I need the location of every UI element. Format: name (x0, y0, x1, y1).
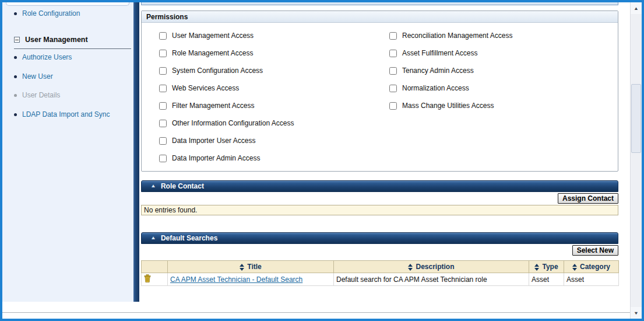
sidebar-item-label: LDAP Data Import and Sync (22, 110, 110, 118)
bullet-icon (14, 94, 17, 97)
sidebar-item-label: New User (22, 72, 53, 81)
permission-row-asset-fulfillment-access: Asset Fulfillment Access (389, 44, 512, 62)
checkbox-data-importer-admin-access[interactable] (159, 155, 167, 162)
default-searches-table: Title Description Type Category (141, 260, 619, 286)
permission-label: Tenancy Admin Access (402, 67, 474, 75)
sidebar: Role Configuration User Management Autho… (2, 2, 133, 302)
checkbox-role-management-access[interactable] (159, 50, 167, 57)
sort-icon (408, 264, 413, 271)
sidebar-panel-remnant (6, 0, 129, 6)
column-label: Type (542, 263, 558, 271)
column-header-actions (142, 261, 168, 273)
column-label: Description (416, 263, 454, 271)
search-description-cell: Default search for CA APM Asset Technici… (334, 273, 529, 286)
permission-row-normalization-access: Normalization Access (389, 79, 512, 97)
checkbox-reconciliation-management-access[interactable] (389, 32, 397, 40)
permission-label: Reconciliation Management Access (402, 32, 512, 40)
sidebar-item-new-user[interactable]: New User (14, 72, 53, 81)
permissions-left-column: User Management Access Role Management A… (159, 27, 389, 167)
checkbox-user-management-access[interactable] (159, 32, 167, 40)
section-title: Role Contact (161, 182, 204, 190)
permissions-body: User Management Access Role Management A… (142, 23, 618, 171)
permission-row-system-configuration-access: System Configuration Access (159, 62, 389, 79)
permission-label: Data Importer Admin Access (172, 154, 260, 162)
permission-row-other-information-configuration-access: Other Information Configuration Access (159, 114, 389, 132)
permission-row-data-importer-user-access: Data Importer User Access (159, 132, 389, 149)
permission-label: Mass Change Utilities Access (402, 102, 494, 110)
search-title-cell: CA APM Asset Technician - Default Search (168, 273, 334, 286)
sort-icon (534, 264, 539, 271)
checkbox-tenancy-admin-access[interactable] (389, 67, 397, 75)
bullet-icon (14, 56, 17, 59)
permission-row-user-management-access: User Management Access (159, 27, 389, 44)
permissions-panel: Permissions User Management Access Role … (141, 11, 618, 172)
permissions-panel-title: Permissions (142, 11, 618, 23)
scrollbar-thumb[interactable] (631, 84, 641, 153)
role-contact-toolbar: Assign Contact (141, 192, 618, 205)
collapse-minus-icon[interactable] (14, 37, 20, 43)
assign-contact-button[interactable]: Assign Contact (558, 193, 618, 204)
sort-icon (240, 264, 244, 271)
checkbox-web-services-access[interactable] (159, 85, 167, 92)
checkbox-other-information-configuration-access[interactable] (159, 120, 167, 127)
collapse-icon: ▲ (150, 236, 156, 240)
column-header-description[interactable]: Description (334, 261, 529, 273)
sidebar-item-authorize-users[interactable]: Authorize Users (14, 53, 72, 61)
checkbox-data-importer-user-access[interactable] (159, 137, 167, 145)
permissions-right-column: Reconciliation Management Access Asset F… (389, 27, 512, 167)
checkbox-system-configuration-access[interactable] (159, 67, 167, 75)
column-header-type[interactable]: Type (529, 261, 564, 273)
column-header-title[interactable]: Title (168, 261, 334, 273)
sort-icon (572, 264, 577, 271)
trash-icon[interactable] (144, 274, 151, 282)
sidebar-section-label: User Management (25, 36, 88, 44)
permission-label: User Management Access (172, 32, 254, 40)
bullet-icon (14, 113, 17, 116)
search-type-cell: Asset (529, 273, 564, 286)
permission-row-filter-management-access: Filter Management Access (159, 97, 389, 114)
checkbox-normalization-access[interactable] (389, 85, 397, 92)
sidebar-divider (133, 2, 139, 302)
sidebar-item-ldap-data-import[interactable]: LDAP Data Import and Sync (14, 110, 110, 118)
sidebar-item-label: Authorize Users (22, 53, 72, 61)
column-label: Category (580, 263, 610, 271)
checkbox-mass-change-utilities-access[interactable] (389, 102, 397, 110)
permission-row-mass-change-utilities-access: Mass Change Utilities Access (389, 97, 512, 114)
default-searches-section-header[interactable]: ▲ Default Searches (141, 232, 618, 244)
search-title-link[interactable]: CA APM Asset Technician - Default Search (170, 275, 302, 284)
checkbox-asset-fulfillment-access[interactable] (389, 50, 397, 57)
sidebar-section-user-management: User Management (14, 36, 131, 49)
main-content: Permissions User Management Access Role … (139, 2, 630, 319)
role-contact-empty-message: No entries found. (141, 205, 618, 215)
permission-label: Other Information Configuration Access (172, 119, 294, 127)
search-category-cell: Asset (564, 273, 619, 286)
permission-label: Normalization Access (402, 84, 469, 92)
permission-row-reconciliation-management-access: Reconciliation Management Access (389, 27, 512, 44)
column-header-category[interactable]: Category (564, 261, 619, 273)
collapse-icon: ▲ (150, 184, 156, 189)
permission-label: Role Management Access (172, 49, 253, 57)
scroll-up-icon: ▲ (634, 6, 639, 11)
sidebar-item-label: Role Configuration (22, 9, 80, 18)
row-actions-cell (142, 273, 168, 286)
role-contact-section-header[interactable]: ▲ Role Contact (141, 180, 618, 192)
bullet-icon (14, 75, 17, 78)
permission-row-role-management-access: Role Management Access (159, 44, 389, 62)
sidebar-item-label: User Details (22, 91, 60, 99)
sidebar-item-role-configuration[interactable]: Role Configuration (14, 9, 80, 18)
scroll-down-button[interactable]: ▼ (631, 307, 642, 319)
select-new-button[interactable]: Select New (572, 245, 618, 256)
permission-label: Web Services Access (172, 84, 239, 92)
bullet-icon (14, 12, 17, 15)
column-label: Title (247, 263, 261, 271)
permission-label: Data Importer User Access (172, 137, 255, 145)
previous-section-edge (141, 2, 618, 5)
permission-label: Asset Fulfillment Access (402, 49, 477, 57)
permission-label: System Configuration Access (172, 67, 263, 75)
vertical-scrollbar[interactable]: ▲ ▼ (630, 2, 642, 319)
permission-label: Filter Management Access (172, 102, 254, 110)
scroll-down-icon: ▼ (634, 310, 639, 315)
scroll-up-button[interactable]: ▲ (631, 2, 642, 14)
application-window: Role Configuration User Management Autho… (0, 0, 644, 321)
checkbox-filter-management-access[interactable] (159, 102, 167, 110)
